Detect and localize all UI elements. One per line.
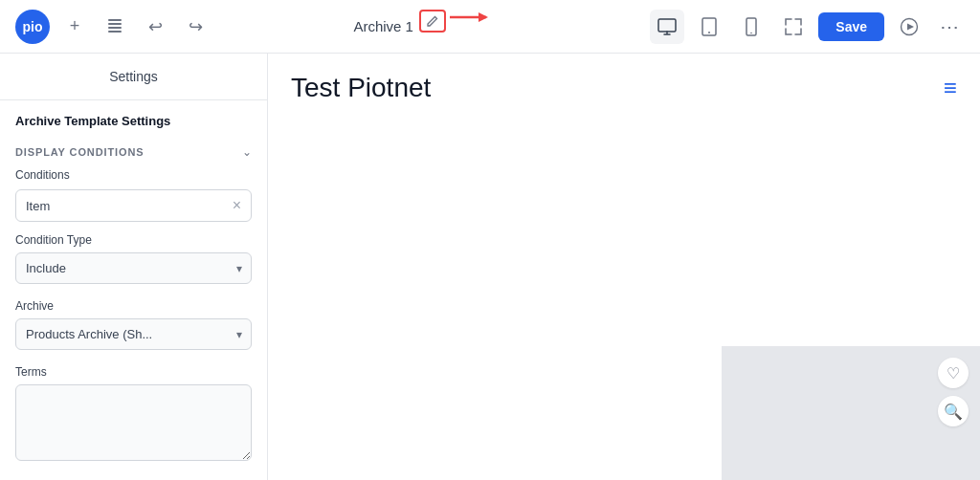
condition-type-row: Condition Type Include Exclude (15, 233, 252, 284)
hamburger-icon[interactable]: ≡ (944, 75, 957, 101)
svg-rect-6 (658, 19, 676, 32)
display-conditions-header[interactable]: DISPLAY CONDITIONS ⌄ (0, 136, 267, 168)
product-card: ♡ 🔍 (722, 346, 980, 480)
main-layout: Settings Archive Template Settings DISPL… (0, 54, 980, 480)
archive-template-label: Archive Template Settings (0, 100, 267, 136)
item-value: Item (26, 199, 50, 213)
more-options-button[interactable]: ⋯ (934, 11, 965, 42)
toolbar: pio + ↩ ↪ Archive 1 (0, 0, 980, 54)
mobile-view-button[interactable] (734, 10, 768, 44)
svg-rect-1 (108, 27, 122, 29)
sidebar: Settings Archive Template Settings DISPL… (0, 54, 268, 480)
archive-row: Archive Products Archive (Sh... (15, 299, 252, 350)
edit-button[interactable] (419, 10, 446, 33)
heart-icon: ♡ (947, 364, 960, 382)
archive-label: Archive (15, 299, 252, 313)
canvas-area: Test Piotnet ≡ ♡ 🔍 (268, 54, 980, 480)
tablet-view-button[interactable] (692, 10, 726, 44)
condition-type-label: Condition Type (15, 233, 252, 247)
svg-point-8 (708, 32, 710, 33)
layers-button[interactable] (100, 11, 130, 42)
condition-item-row: Item × (15, 189, 252, 222)
conditions-label: Conditions (15, 168, 252, 182)
desktop-view-button[interactable] (650, 10, 684, 44)
conditions-section: Conditions Item × Condition Type Include… (0, 168, 267, 480)
toolbar-left: pio + ↩ ↪ (15, 10, 211, 44)
svg-rect-0 (108, 23, 122, 25)
archive-select-wrapper: Products Archive (Sh... (15, 318, 252, 350)
chevron-down-icon: ⌄ (242, 145, 252, 159)
redo-button[interactable]: ↪ (180, 11, 211, 42)
svg-point-10 (750, 32, 752, 33)
quick-view-button[interactable]: 🔍 (938, 396, 969, 426)
logo[interactable]: pio (15, 10, 50, 44)
close-icon[interactable]: × (233, 198, 241, 213)
condition-type-select-wrapper: Include Exclude (15, 252, 252, 284)
svg-rect-3 (108, 19, 122, 21)
svg-marker-5 (479, 12, 488, 22)
search-icon: 🔍 (944, 403, 963, 421)
add-button[interactable]: + (59, 11, 90, 42)
archive-title: Archive 1 (353, 18, 413, 34)
archive-select[interactable]: Products Archive (Sh... (15, 318, 252, 350)
page-title: Test Piotnet (291, 73, 431, 103)
display-conditions-label: DISPLAY CONDITIONS (15, 146, 144, 158)
toolbar-right: Save ⋯ (650, 10, 965, 44)
undo-button[interactable]: ↩ (140, 11, 170, 42)
canvas-header: Test Piotnet ≡ (268, 54, 980, 119)
toolbar-center: Archive 1 (222, 10, 638, 44)
play-button[interactable] (892, 10, 926, 44)
terms-row: Terms (15, 365, 252, 465)
terms-label: Terms (15, 365, 252, 379)
sidebar-settings-label: Settings (0, 54, 267, 100)
save-button[interactable]: Save (818, 12, 884, 41)
red-arrow-annotation (450, 10, 507, 44)
fullscreen-button[interactable] (776, 10, 811, 44)
terms-input[interactable] (15, 384, 252, 461)
condition-type-select[interactable]: Include Exclude (15, 252, 252, 284)
svg-rect-2 (108, 31, 122, 33)
svg-marker-12 (907, 23, 914, 30)
wishlist-button[interactable]: ♡ (938, 358, 969, 388)
